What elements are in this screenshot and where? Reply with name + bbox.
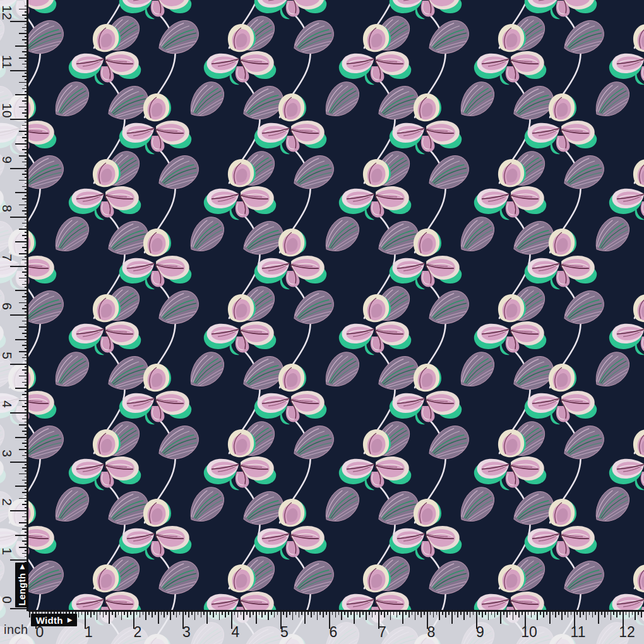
ruler-tick <box>164 611 165 617</box>
ruler-tick <box>170 611 171 620</box>
length-label-text: Length <box>16 573 27 605</box>
ruler-tick <box>15 339 28 340</box>
ruler-tick <box>243 611 244 620</box>
ruler-tick <box>29 611 30 617</box>
ruler-number: 1 <box>80 625 98 639</box>
ruler-tick <box>463 611 465 620</box>
ruler-tick <box>506 611 508 617</box>
ruler-tick <box>635 611 636 620</box>
ruler-number: 7 <box>0 249 14 266</box>
ruler-tick <box>188 611 189 617</box>
ruler-number: 9 <box>472 625 489 639</box>
ruler-tick <box>15 143 28 145</box>
ruler-tick <box>433 611 434 617</box>
ruler-number: 6 <box>0 297 14 315</box>
ruler-tick <box>341 611 342 620</box>
ruler-tick <box>457 611 458 617</box>
ruler-tick <box>15 388 28 389</box>
ruler-tick <box>470 611 471 617</box>
ruler-tick <box>15 241 28 242</box>
ruler-tick <box>317 611 318 620</box>
length-label: Length ▶ <box>15 563 28 607</box>
ruler-tick <box>629 611 630 617</box>
ruler-tick <box>15 535 28 536</box>
ruler-tick <box>397 611 398 617</box>
ruler-tick <box>604 611 605 617</box>
ruler-tick <box>415 611 416 620</box>
ruler-tick <box>176 611 177 617</box>
ruler-tick <box>347 611 349 617</box>
ruler-tick <box>158 611 159 624</box>
ruler-number: 6 <box>325 625 342 639</box>
ruler-tick <box>15 45 28 47</box>
ruler-tick <box>213 611 214 617</box>
ruler-number: 4 <box>0 395 14 413</box>
ruler-number: 5 <box>0 347 14 364</box>
width-label-text: Width <box>36 615 63 626</box>
ruler-tick <box>140 611 141 617</box>
ruler-tick <box>366 611 367 620</box>
width-ruler-edge <box>28 610 644 612</box>
ruler-tick <box>225 611 226 617</box>
ruler-tick <box>488 611 489 620</box>
ruler-tick <box>568 611 569 617</box>
ruler-tick <box>586 611 587 620</box>
ruler-number: 4 <box>227 625 244 639</box>
ruler-tick <box>268 611 269 620</box>
ruler-tick <box>219 611 220 620</box>
ruler-tick <box>359 611 361 617</box>
ruler-tick <box>335 611 337 617</box>
ruler-tick <box>641 611 642 617</box>
ruler-tick <box>513 611 514 620</box>
ruler-tick <box>121 611 122 620</box>
ruler-tick <box>249 611 251 617</box>
ruler-tick <box>500 611 501 624</box>
ruler-tick <box>261 611 263 617</box>
ruler-number: 3 <box>178 625 196 639</box>
ruler-tick <box>304 611 306 624</box>
ruler-tick <box>518 611 520 617</box>
ruler-tick <box>201 611 202 617</box>
ruler-tick <box>311 611 312 617</box>
ruler-tick <box>494 611 496 617</box>
ruler-tick <box>97 611 98 620</box>
fabric-area <box>0 0 644 644</box>
width-arrow-icon: ▶ <box>68 617 73 623</box>
ruler-tick <box>286 611 287 617</box>
ruler-number: 7 <box>374 625 391 639</box>
ruler-tick <box>152 611 153 617</box>
ruler-number: 2 <box>0 493 14 511</box>
ruler-tick <box>408 611 410 617</box>
ruler-tick <box>256 611 257 624</box>
ruler-tick <box>237 611 239 617</box>
ruler-number: 1 <box>0 542 14 560</box>
ruler-tick <box>611 611 612 620</box>
ruler-tick <box>90 611 92 617</box>
ruler-tick <box>543 611 544 617</box>
ruler-tick <box>194 611 196 620</box>
ruler-number: 8 <box>0 200 14 217</box>
ruler-tick <box>439 611 440 620</box>
ruler-tick <box>561 611 563 620</box>
ruler-tick <box>555 611 556 617</box>
ruler-number: 8 <box>422 625 440 639</box>
ruler-tick <box>15 486 28 487</box>
ruler-tick <box>402 611 403 624</box>
ruler-tick <box>15 437 28 438</box>
ruler-tick <box>531 611 532 617</box>
ruler-number: 11 <box>569 625 587 639</box>
ruler-number: 0 <box>31 625 49 639</box>
width-ruler: 0123456789101112 <box>0 611 644 644</box>
ruler-tick <box>109 611 110 624</box>
ruler-tick <box>537 611 538 620</box>
ruler-number: 9 <box>0 151 14 169</box>
ruler-number: 10 <box>0 102 14 119</box>
ruler-tick <box>323 611 324 617</box>
ruler-tick <box>598 611 599 624</box>
ruler-tick <box>145 611 146 620</box>
ruler-tick <box>103 611 104 617</box>
ruler-number: 11 <box>0 53 14 71</box>
ruler-tick <box>292 611 294 620</box>
ruler-tick <box>549 611 551 624</box>
length-ruler-edge <box>27 0 28 611</box>
